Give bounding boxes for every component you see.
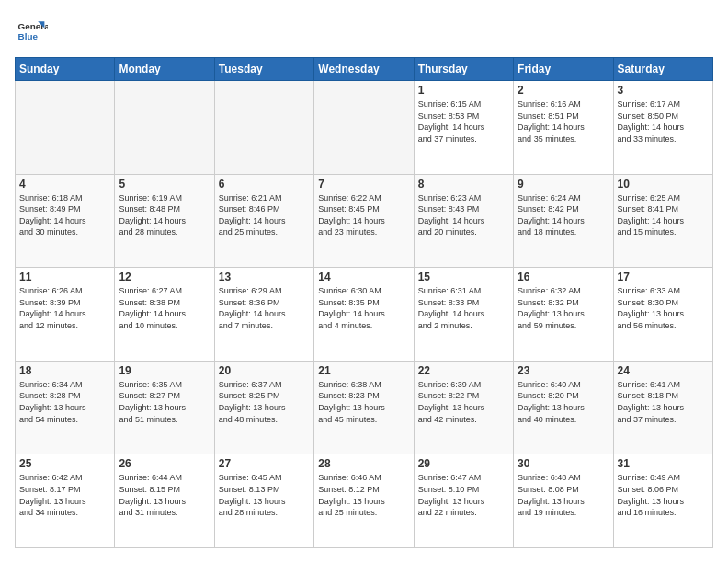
calendar-cell: 16Sunrise: 6:32 AM Sunset: 8:32 PM Dayli…	[514, 268, 613, 362]
day-info: Sunrise: 6:41 AM Sunset: 8:18 PM Dayligh…	[618, 379, 709, 425]
logo: General Blue	[15, 15, 51, 48]
day-number: 6	[219, 178, 310, 190]
day-number: 26	[119, 457, 210, 470]
day-info: Sunrise: 6:38 AM Sunset: 8:23 PM Dayligh…	[318, 379, 409, 425]
day-number: 20	[219, 364, 310, 377]
svg-text:Blue: Blue	[18, 31, 39, 41]
day-info: Sunrise: 6:46 AM Sunset: 8:12 PM Dayligh…	[318, 472, 409, 518]
calendar-week-1: 1Sunrise: 6:15 AM Sunset: 8:53 PM Daylig…	[16, 81, 713, 175]
calendar-cell: 3Sunrise: 6:17 AM Sunset: 8:50 PM Daylig…	[613, 81, 712, 175]
day-number: 9	[518, 178, 609, 190]
day-number: 30	[518, 457, 609, 470]
weekday-header-sunday: Sunday	[16, 58, 115, 81]
day-number: 14	[318, 270, 409, 283]
calendar-cell: 30Sunrise: 6:48 AM Sunset: 8:08 PM Dayli…	[514, 454, 613, 548]
day-info: Sunrise: 6:24 AM Sunset: 8:42 PM Dayligh…	[518, 192, 609, 238]
day-number: 17	[618, 270, 709, 283]
day-info: Sunrise: 6:16 AM Sunset: 8:51 PM Dayligh…	[518, 98, 609, 144]
calendar-cell: 17Sunrise: 6:33 AM Sunset: 8:30 PM Dayli…	[613, 268, 712, 362]
day-info: Sunrise: 6:47 AM Sunset: 8:10 PM Dayligh…	[418, 472, 509, 518]
calendar-cell: 31Sunrise: 6:49 AM Sunset: 8:06 PM Dayli…	[613, 454, 712, 548]
calendar-cell: 29Sunrise: 6:47 AM Sunset: 8:10 PM Dayli…	[414, 454, 513, 548]
day-number: 29	[418, 457, 509, 470]
calendar-cell: 13Sunrise: 6:29 AM Sunset: 8:36 PM Dayli…	[214, 268, 313, 362]
day-number: 16	[518, 270, 609, 283]
day-info: Sunrise: 6:32 AM Sunset: 8:32 PM Dayligh…	[518, 285, 609, 331]
day-number: 19	[119, 364, 210, 377]
day-info: Sunrise: 6:18 AM Sunset: 8:49 PM Dayligh…	[19, 192, 110, 238]
day-info: Sunrise: 6:23 AM Sunset: 8:43 PM Dayligh…	[418, 192, 509, 238]
day-info: Sunrise: 6:15 AM Sunset: 8:53 PM Dayligh…	[418, 98, 509, 144]
day-number: 15	[418, 270, 509, 283]
day-info: Sunrise: 6:21 AM Sunset: 8:46 PM Dayligh…	[219, 192, 310, 238]
day-number: 3	[618, 84, 709, 97]
calendar-cell: 6Sunrise: 6:21 AM Sunset: 8:46 PM Daylig…	[214, 174, 313, 268]
day-number: 22	[418, 364, 509, 377]
weekday-header-wednesday: Wednesday	[314, 58, 414, 81]
day-number: 12	[119, 270, 210, 283]
calendar-cell: 25Sunrise: 6:42 AM Sunset: 8:17 PM Dayli…	[16, 454, 115, 548]
day-number: 18	[19, 364, 110, 377]
calendar-week-4: 18Sunrise: 6:34 AM Sunset: 8:28 PM Dayli…	[16, 361, 713, 454]
calendar-cell	[16, 81, 115, 175]
calendar-cell: 27Sunrise: 6:45 AM Sunset: 8:13 PM Dayli…	[214, 454, 313, 548]
day-info: Sunrise: 6:19 AM Sunset: 8:48 PM Dayligh…	[119, 192, 210, 238]
day-info: Sunrise: 6:42 AM Sunset: 8:17 PM Dayligh…	[19, 472, 110, 518]
day-info: Sunrise: 6:31 AM Sunset: 8:33 PM Dayligh…	[418, 285, 509, 331]
day-number: 7	[318, 178, 409, 190]
page: General Blue SundayMondayTuesdayWednesda…	[0, 0, 728, 563]
calendar-cell: 11Sunrise: 6:26 AM Sunset: 8:39 PM Dayli…	[16, 268, 115, 362]
calendar-cell: 9Sunrise: 6:24 AM Sunset: 8:42 PM Daylig…	[514, 174, 613, 268]
day-info: Sunrise: 6:49 AM Sunset: 8:06 PM Dayligh…	[618, 472, 709, 518]
logo-icon: General Blue	[15, 15, 48, 48]
calendar-week-2: 4Sunrise: 6:18 AM Sunset: 8:49 PM Daylig…	[16, 174, 713, 268]
calendar-week-5: 25Sunrise: 6:42 AM Sunset: 8:17 PM Dayli…	[16, 454, 713, 548]
calendar-cell: 26Sunrise: 6:44 AM Sunset: 8:15 PM Dayli…	[115, 454, 214, 548]
day-info: Sunrise: 6:30 AM Sunset: 8:35 PM Dayligh…	[318, 285, 409, 331]
day-info: Sunrise: 6:37 AM Sunset: 8:25 PM Dayligh…	[219, 379, 310, 425]
day-number: 11	[19, 270, 110, 283]
day-number: 23	[518, 364, 609, 377]
day-number: 13	[219, 270, 310, 283]
weekday-header-friday: Friday	[514, 58, 613, 81]
day-number: 2	[518, 84, 609, 97]
calendar-cell: 23Sunrise: 6:40 AM Sunset: 8:20 PM Dayli…	[514, 361, 613, 454]
day-number: 31	[618, 457, 709, 470]
calendar-cell: 4Sunrise: 6:18 AM Sunset: 8:49 PM Daylig…	[16, 174, 115, 268]
calendar-cell	[314, 81, 414, 175]
calendar-cell: 19Sunrise: 6:35 AM Sunset: 8:27 PM Dayli…	[115, 361, 214, 454]
day-info: Sunrise: 6:33 AM Sunset: 8:30 PM Dayligh…	[618, 285, 709, 331]
day-info: Sunrise: 6:44 AM Sunset: 8:15 PM Dayligh…	[119, 472, 210, 518]
calendar-cell: 8Sunrise: 6:23 AM Sunset: 8:43 PM Daylig…	[414, 174, 513, 268]
calendar-cell: 22Sunrise: 6:39 AM Sunset: 8:22 PM Dayli…	[414, 361, 513, 454]
calendar-cell: 21Sunrise: 6:38 AM Sunset: 8:23 PM Dayli…	[314, 361, 414, 454]
calendar-table: SundayMondayTuesdayWednesdayThursdayFrid…	[15, 57, 713, 548]
calendar-week-3: 11Sunrise: 6:26 AM Sunset: 8:39 PM Dayli…	[16, 268, 713, 362]
day-number: 1	[418, 84, 509, 97]
calendar-cell: 28Sunrise: 6:46 AM Sunset: 8:12 PM Dayli…	[314, 454, 414, 548]
day-info: Sunrise: 6:35 AM Sunset: 8:27 PM Dayligh…	[119, 379, 210, 425]
day-info: Sunrise: 6:25 AM Sunset: 8:41 PM Dayligh…	[618, 192, 709, 238]
calendar-cell	[115, 81, 214, 175]
calendar-cell: 12Sunrise: 6:27 AM Sunset: 8:38 PM Dayli…	[115, 268, 214, 362]
day-number: 27	[219, 457, 310, 470]
day-info: Sunrise: 6:34 AM Sunset: 8:28 PM Dayligh…	[19, 379, 110, 425]
calendar-cell: 2Sunrise: 6:16 AM Sunset: 8:51 PM Daylig…	[514, 81, 613, 175]
weekday-header-saturday: Saturday	[613, 58, 712, 81]
calendar-cell	[214, 81, 313, 175]
calendar-cell: 14Sunrise: 6:30 AM Sunset: 8:35 PM Dayli…	[314, 268, 414, 362]
day-number: 28	[318, 457, 409, 470]
weekday-header-monday: Monday	[115, 58, 214, 81]
calendar-cell: 10Sunrise: 6:25 AM Sunset: 8:41 PM Dayli…	[613, 174, 712, 268]
day-number: 25	[19, 457, 110, 470]
calendar-cell: 15Sunrise: 6:31 AM Sunset: 8:33 PM Dayli…	[414, 268, 513, 362]
day-info: Sunrise: 6:39 AM Sunset: 8:22 PM Dayligh…	[418, 379, 509, 425]
day-info: Sunrise: 6:48 AM Sunset: 8:08 PM Dayligh…	[518, 472, 609, 518]
day-info: Sunrise: 6:40 AM Sunset: 8:20 PM Dayligh…	[518, 379, 609, 425]
day-number: 10	[618, 178, 709, 190]
weekday-header-tuesday: Tuesday	[214, 58, 313, 81]
day-number: 4	[19, 178, 110, 190]
day-info: Sunrise: 6:17 AM Sunset: 8:50 PM Dayligh…	[618, 98, 709, 144]
header: General Blue	[15, 15, 713, 48]
day-info: Sunrise: 6:27 AM Sunset: 8:38 PM Dayligh…	[119, 285, 210, 331]
